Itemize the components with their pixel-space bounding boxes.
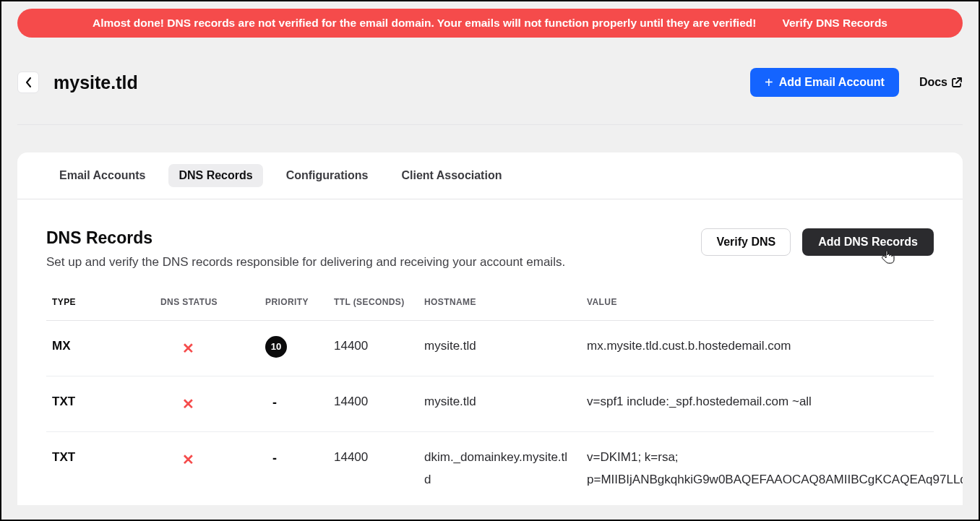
back-button[interactable]	[17, 72, 39, 93]
add-email-account-button[interactable]: + Add Email Account	[750, 68, 899, 97]
add-dns-records-button[interactable]: Add DNS Records	[802, 228, 934, 256]
tab-configurations[interactable]: Configurations	[276, 164, 379, 187]
cursor-hand-icon	[882, 251, 895, 269]
dns-records-table: TYPE DNS STATUS PRIORITY TTL (SECONDS) H…	[46, 290, 934, 505]
cell-hostname: mysite.tld	[418, 376, 581, 432]
tab-bar: Email Accounts DNS Records Configuration…	[17, 152, 963, 199]
docs-link[interactable]: Docs	[919, 76, 963, 89]
external-link-icon	[951, 77, 963, 88]
tab-dns-records[interactable]: DNS Records	[168, 164, 262, 187]
priority-badge: 10	[265, 336, 287, 358]
add-dns-records-label: Add DNS Records	[818, 236, 918, 248]
th-ttl: TTL (SECONDS)	[328, 290, 418, 321]
verify-dns-button[interactable]: Verify DNS	[701, 228, 791, 256]
tab-client-association[interactable]: Client Association	[391, 164, 512, 187]
th-value: VALUE	[581, 290, 934, 321]
table-row: MX ✕ 10 14400 mysite.tld mx.mysite.tld.c…	[46, 321, 934, 376]
cell-type: TXT	[46, 432, 155, 506]
content-card: Email Accounts DNS Records Configuration…	[17, 152, 963, 505]
cell-hostname: dkim._domainkey.mysite.tld	[424, 447, 569, 491]
page-header: mysite.tld + Add Email Account Docs	[17, 68, 963, 125]
plus-icon: +	[765, 77, 773, 87]
status-fail-icon: ✕	[160, 340, 194, 356]
status-fail-icon: ✕	[160, 452, 194, 468]
th-hostname: HOSTNAME	[418, 290, 581, 321]
page-title: mysite.tld	[53, 72, 750, 93]
verify-banner: Almost done! DNS records are not verifie…	[17, 9, 963, 38]
cell-type: TXT	[46, 376, 155, 432]
th-priority: PRIORITY	[259, 290, 328, 321]
table-row: TXT ✕ - 14400 dkim._domainkey.mysite.tld…	[46, 432, 934, 506]
cell-value: mx.mysite.tld.cust.b.hostedemail.com	[581, 321, 934, 376]
tab-email-accounts[interactable]: Email Accounts	[49, 164, 155, 187]
cell-value: v=DKIM1; k=rsa; p=MIIBIjANBgkqhkiG9w0BAQ…	[581, 432, 934, 506]
th-status: DNS STATUS	[155, 290, 259, 321]
th-type: TYPE	[46, 290, 155, 321]
status-fail-icon: ✕	[160, 396, 194, 412]
section-description: Set up and verify the DNS records respon…	[46, 255, 565, 270]
cell-ttl: 14400	[328, 376, 418, 432]
cell-type: MX	[46, 321, 155, 376]
table-row: TXT ✕ - 14400 mysite.tld v=spf1 include:…	[46, 376, 934, 432]
priority-dash: -	[265, 395, 277, 410]
chevron-left-icon	[25, 77, 32, 87]
cell-ttl: 14400	[328, 432, 418, 506]
cell-ttl: 14400	[328, 321, 418, 376]
verify-dns-records-link[interactable]: Verify DNS Records	[782, 17, 887, 30]
cell-value: v=spf1 include:_spf.hostedemail.com ~all	[581, 376, 934, 432]
banner-message: Almost done! DNS records are not verifie…	[93, 17, 756, 30]
add-email-account-label: Add Email Account	[779, 76, 885, 89]
priority-dash: -	[265, 451, 277, 465]
cell-hostname: mysite.tld	[418, 321, 581, 376]
docs-label: Docs	[919, 76, 947, 89]
section-title: DNS Records	[46, 228, 565, 248]
